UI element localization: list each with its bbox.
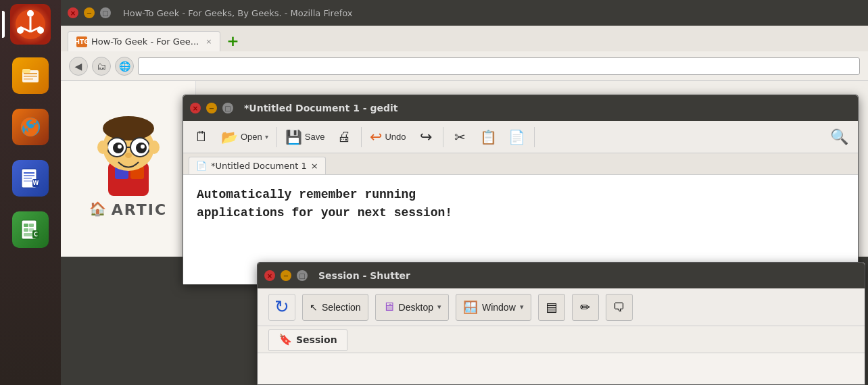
shutter-tab-bar: 🔖 Session [258, 326, 865, 353]
firefox-navigation-bar: ◀ 🗂 🌐 [61, 51, 868, 81]
desktop-label: Desktop [399, 302, 433, 313]
window-dropdown-arrow: ▾ [520, 303, 524, 311]
htg-sidebar: 🏠 ARTIC [61, 81, 196, 257]
svg-rect-11 [24, 172, 34, 174]
gedit-text-line1: Automatically remember running [197, 186, 844, 204]
libreoffice-calc-icon: C [12, 211, 49, 248]
shutter-view-button[interactable]: ▤ [538, 294, 565, 321]
launcher-item-firefox[interactable] [3, 103, 57, 151]
svg-point-1 [27, 10, 34, 17]
svg-rect-5 [22, 69, 30, 73]
launcher-item-writer[interactable]: W [3, 154, 57, 203]
copy-icon: 📋 [480, 129, 497, 145]
gedit-titlebar: × − □ *Untitled Document 1 - gedit [183, 95, 858, 121]
gedit-cut-button[interactable]: ✂ [448, 124, 473, 150]
svg-rect-7 [24, 76, 37, 77]
shutter-edit-button[interactable]: ✏ [572, 294, 599, 321]
gedit-redo-button[interactable]: ↪ [413, 124, 439, 150]
cut-icon: ✂ [454, 129, 466, 145]
firefox-maximize-button[interactable]: □ [100, 7, 111, 18]
gedit-maximize-button[interactable]: □ [222, 103, 233, 113]
shutter-reload-button[interactable]: ↻ [268, 294, 295, 321]
gedit-tab-bar: 📄 *Untitled Document 1 × [183, 153, 858, 175]
firefox-tab-htg[interactable]: HTG How-To Geek - For Gee... × [68, 31, 220, 51]
open-label: Open [241, 132, 262, 142]
open-dropdown-arrow: ▾ [265, 133, 268, 140]
back-arrow-icon: ◀ [75, 61, 82, 72]
gedit-minimize-button[interactable]: − [206, 103, 217, 113]
firefox-history-button[interactable]: 🗂 [92, 57, 111, 76]
htg-articles-label: ARTIC [112, 201, 167, 218]
window-capture-icon: 🪟 [463, 300, 478, 315]
svg-point-34 [118, 145, 122, 149]
firefox-back-button[interactable]: ◀ [69, 57, 88, 76]
shutter-export-button[interactable]: 🗨 [606, 294, 633, 321]
ubuntu-logo-icon [10, 4, 51, 45]
minimize-icon: − [209, 105, 214, 112]
firefox-titlebar: × − □ How-To Geek - For Geeks, By Geeks.… [61, 0, 868, 26]
svg-point-29 [103, 116, 154, 140]
htg-mascot-image [81, 88, 176, 196]
unity-launcher: W C [0, 0, 61, 385]
close-icon: × [70, 9, 76, 17]
svg-rect-12 [24, 175, 34, 176]
view-icon: ▤ [546, 300, 557, 314]
launcher-item-calc[interactable]: C [3, 205, 57, 254]
selection-label: Selection [322, 302, 361, 313]
gedit-copy-button[interactable]: 📋 [476, 124, 502, 150]
shutter-window-button[interactable]: 🪟 Window ▾ [456, 294, 531, 321]
open-folder-icon: 📂 [221, 129, 238, 145]
htg-mascot-svg [85, 101, 172, 196]
redo-icon: ↪ [420, 128, 432, 146]
history-icon: 🗂 [97, 61, 106, 72]
shutter-window-title: Session - Shutter [318, 270, 410, 281]
gedit-tab-label: *Untitled Document 1 [211, 161, 307, 171]
gedit-save-button[interactable]: 💾 Save [281, 124, 329, 150]
toolbar-separator-4 [534, 127, 535, 147]
gedit-search-button[interactable]: 🔍 [826, 124, 852, 150]
shutter-desktop-button[interactable]: 🖥 Desktop ▾ [375, 294, 449, 321]
gedit-tab-close-icon[interactable]: × [311, 161, 318, 171]
gedit-document-tab[interactable]: 📄 *Untitled Document 1 × [189, 157, 326, 174]
gedit-undo-button[interactable]: ↩ Undo [366, 124, 410, 150]
shutter-maximize-button[interactable]: □ [297, 270, 308, 281]
shutter-selection-button[interactable]: ↖ Selection [302, 294, 368, 321]
gedit-close-button[interactable]: × [190, 103, 201, 113]
svg-rect-20 [24, 228, 28, 232]
gedit-open-button[interactable]: 📂 Open ▾ [217, 124, 272, 150]
firefox-close-button[interactable]: × [68, 7, 78, 18]
gedit-paste-button[interactable]: 📄 [504, 124, 530, 150]
gedit-new-button[interactable]: 🗒 [189, 124, 214, 150]
desktop-icon: 🖥 [383, 300, 395, 314]
gedit-text-line2: applications for your next session! [197, 204, 844, 222]
firefox-globe-button[interactable]: 🌐 [115, 57, 134, 76]
toolbar-separator-1 [276, 127, 277, 147]
shutter-toolbar: ↻ ↖ Selection 🖥 Desktop ▾ 🪟 Window ▾ ▤ ✏… [258, 288, 865, 326]
htg-nav-bar: 🏠 ARTIC [89, 196, 167, 221]
shutter-minimize-button[interactable]: − [281, 270, 291, 281]
session-tab-icon: 🔖 [279, 333, 292, 346]
launcher-item-files[interactable] [3, 51, 57, 100]
svg-rect-22 [24, 233, 34, 236]
edit-icon: ✏ [580, 300, 590, 314]
firefox-tab-bar: HTG How-To Geek - For Gee... × + [61, 26, 868, 51]
launcher-item-ubuntu[interactable] [3, 0, 57, 49]
firefox-minimize-button[interactable]: − [84, 7, 95, 18]
firefox-url-bar[interactable] [138, 57, 860, 75]
files-icon [12, 57, 49, 94]
save-icon: 💾 [285, 129, 302, 145]
shutter-close-button[interactable]: × [264, 270, 275, 281]
search-icon: 🔍 [830, 128, 848, 146]
doc-icon: 📄 [196, 161, 207, 171]
export-icon: 🗨 [613, 300, 625, 314]
save-label: Save [305, 132, 325, 142]
svg-rect-13 [24, 178, 32, 179]
gedit-window: × − □ *Untitled Document 1 - gedit 🗒 📂 O… [183, 95, 859, 284]
firefox-new-tab-button[interactable]: + [223, 31, 242, 50]
print-icon: 🖨 [337, 129, 351, 145]
shutter-session-tab[interactable]: 🔖 Session [268, 329, 347, 351]
firefox-icon [12, 109, 49, 145]
firefox-tab-close-icon[interactable]: × [206, 37, 212, 46]
svg-rect-8 [24, 78, 33, 80]
gedit-print-button[interactable]: 🖨 [331, 124, 357, 150]
